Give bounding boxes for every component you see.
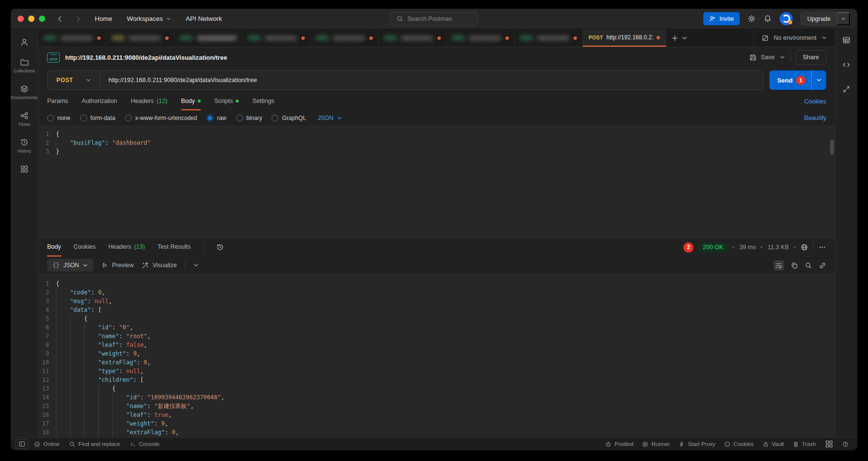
close-window-button[interactable] — [17, 16, 24, 22]
code-line: 18"extraFlag": 0, — [38, 428, 835, 437]
back-icon[interactable] — [56, 15, 64, 23]
upgrade-dropdown-button[interactable] — [837, 12, 850, 25]
statusbar-vault[interactable]: Vault — [759, 440, 788, 448]
sidebar-item-environments[interactable]: Environments — [12, 81, 37, 104]
statusbar-help-button[interactable] — [838, 440, 852, 448]
statusbar-postbot[interactable]: Postbot — [601, 440, 637, 448]
open-tab-redacted[interactable] — [174, 29, 243, 47]
flows-icon — [20, 111, 29, 120]
environment-selector[interactable]: No environment — [753, 29, 835, 47]
open-tab-redacted[interactable] — [38, 29, 106, 47]
request-tab-authorization[interactable]: Authorization — [82, 93, 117, 110]
response-history-button[interactable] — [216, 243, 224, 251]
minimize-window-button[interactable] — [28, 16, 35, 22]
request-tab-settings[interactable]: Settings — [252, 93, 274, 110]
user-icon — [20, 38, 29, 47]
request-body-editor[interactable]: 1{2"busiFlag": "dashboard"3} — [38, 126, 835, 238]
nav-workspaces[interactable]: Workspaces — [127, 15, 171, 22]
beautify-link[interactable]: Beautify — [804, 115, 826, 121]
sidebar-item-grid[interactable] — [12, 161, 37, 177]
method-pill — [180, 35, 192, 40]
method-select[interactable]: POST — [48, 71, 101, 89]
statusbar-grid-button[interactable] — [821, 439, 837, 449]
chevron-down-icon — [86, 77, 91, 83]
method-pill — [248, 35, 260, 40]
open-tab-redacted[interactable] — [379, 29, 447, 47]
sidebar-item-user[interactable] — [12, 34, 37, 51]
visualize-button[interactable]: Visualize — [141, 262, 177, 269]
network-info-button[interactable] — [800, 243, 808, 251]
response-tab-cookies[interactable]: Cookies — [74, 238, 96, 256]
open-tab-redacted[interactable] — [106, 29, 174, 47]
share-button[interactable]: Share — [796, 50, 826, 65]
search-input[interactable]: Search Postman — [390, 12, 478, 26]
open-tab-redacted[interactable] — [311, 29, 379, 47]
body-mode-none[interactable]: none — [47, 115, 70, 121]
scrollbar-thumb[interactable] — [830, 140, 834, 154]
statusbar-find-and-replace[interactable]: Find and replace — [65, 440, 124, 448]
nav-api-network[interactable]: API Network — [186, 15, 222, 22]
cookies-link[interactable]: Cookies — [804, 98, 826, 105]
expand-pane-button[interactable] — [841, 84, 852, 95]
raw-language-select[interactable]: JSON — [318, 115, 342, 121]
open-tab-redacted[interactable] — [515, 29, 583, 47]
response-tabs: BodyCookiesHeaders (13)Test Results — [47, 238, 191, 256]
nav-home[interactable]: Home — [95, 15, 112, 22]
view-options-button[interactable] — [193, 262, 199, 268]
response-more-button[interactable] — [818, 243, 826, 251]
request-tab-headers[interactable]: Headers (12) — [131, 93, 167, 110]
environment-quick-look-button[interactable] — [840, 34, 852, 46]
response-tab-headers[interactable]: Headers (13) — [108, 238, 145, 256]
body-mode-graphql[interactable]: GraphQL — [272, 115, 306, 121]
sidebar-item-flows[interactable]: Flows — [12, 107, 37, 131]
code-line: 11"type": null, — [38, 367, 835, 376]
response-format-select[interactable]: {} JSON — [47, 259, 93, 272]
forward-icon[interactable] — [74, 15, 82, 23]
search-placeholder: Search Postman — [407, 16, 452, 22]
request-tab-body[interactable]: Body — [181, 93, 201, 110]
add-tab-button[interactable] — [671, 34, 678, 42]
request-tab-scripts[interactable]: Scripts — [214, 93, 239, 110]
response-tab-body[interactable]: Body — [47, 238, 61, 256]
preview-button[interactable]: Preview — [101, 262, 133, 269]
code-icon — [842, 61, 851, 69]
body-mode-x-www-form-urlencoded[interactable]: x-www-form-urlencoded — [125, 115, 197, 121]
send-options-button[interactable] — [811, 70, 826, 90]
sidebar-item-collections[interactable]: Collections — [12, 54, 37, 77]
response-body-editor[interactable]: 1{2"code": 0,3"msg": null,4"data": [5{6"… — [38, 274, 835, 437]
body-mode-form-data[interactable]: form-data — [80, 115, 115, 121]
invite-button[interactable]: Invite — [703, 12, 740, 25]
notifications-button[interactable] — [764, 15, 772, 23]
statusbar-runner[interactable]: Runner — [638, 440, 674, 448]
save-options-button[interactable] — [780, 54, 785, 60]
request-tab-params[interactable]: Params — [47, 93, 68, 110]
link-button[interactable] — [819, 262, 826, 269]
wrap-text-button[interactable] — [774, 260, 784, 271]
tab-options-button[interactable] — [681, 35, 688, 41]
copy-button[interactable] — [791, 262, 798, 269]
body-mode-raw[interactable]: raw — [207, 115, 226, 121]
save-button[interactable]: Save — [749, 54, 775, 61]
response-tab-test-results[interactable]: Test Results — [157, 238, 191, 256]
code-snippet-button[interactable] — [840, 59, 852, 71]
cookie-icon — [724, 441, 730, 447]
body-mode-binary[interactable]: binary — [236, 115, 262, 121]
search-response-button[interactable] — [805, 262, 812, 269]
upgrade-button[interactable]: Upgrade — [801, 12, 837, 25]
open-tab-redacted[interactable] — [447, 29, 515, 47]
open-tab-redacted[interactable] — [243, 29, 311, 47]
statusbar-console[interactable]: Console — [126, 440, 163, 448]
statusbar-panel-button[interactable] — [16, 439, 28, 449]
statusbar-start-proxy[interactable]: Start Proxy — [675, 440, 719, 448]
statusbar-cookies[interactable]: Cookies — [720, 440, 758, 448]
active-request-tab[interactable]: POST http://192.168.0.21 — [583, 29, 666, 47]
statusbar-trash[interactable]: Trash — [789, 440, 820, 448]
settings-button[interactable] — [747, 15, 756, 23]
avatar[interactable] — [780, 12, 793, 25]
url-input[interactable] — [101, 77, 763, 84]
code-line: 10"extraFlag": 0, — [38, 358, 835, 367]
statusbar-online[interactable]: Online — [30, 440, 63, 448]
send-button[interactable]: Send 1 — [769, 70, 811, 90]
zoom-window-button[interactable] — [39, 16, 45, 22]
sidebar-item-history[interactable]: History — [12, 134, 37, 157]
